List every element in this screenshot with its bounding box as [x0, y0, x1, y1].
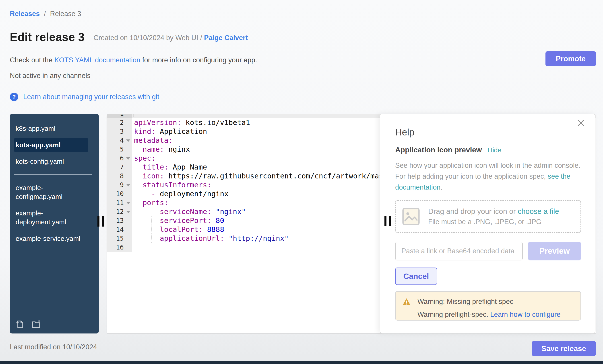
promote-button[interactable]: Promote — [545, 51, 596, 66]
file-sidebar: k8s-app.yamlkots-app.yamlkots-config.yam… — [10, 114, 99, 333]
file-item-example-configmap.yaml[interactable]: example-configmap.yaml — [14, 181, 83, 203]
token: spec: — [134, 154, 155, 162]
token: https://raw.githubusercontent.com/cncf/a… — [164, 172, 401, 180]
file-list: k8s-app.yamlkots-app.yamlkots-config.yam… — [10, 114, 99, 245]
docs-suffix: for more info on configuring your app. — [140, 56, 257, 64]
token: kots.io/v1beta1 — [181, 118, 250, 127]
kots-yaml-docs-link[interactable]: KOTS YAML documentation — [54, 56, 140, 64]
git-help-line[interactable]: ? Learn about managing your releases wit… — [10, 93, 159, 101]
token — [134, 216, 160, 225]
token: "http://nginx" — [229, 234, 289, 243]
sidebar-footer — [14, 314, 92, 330]
learn-configure-link[interactable]: Learn how to configure — [490, 310, 560, 318]
breadcrumb-separator: / — [44, 10, 46, 18]
sidebar-resize-handle[interactable] — [97, 216, 104, 227]
question-circle-icon[interactable]: ? — [10, 93, 18, 101]
icon-url-row: Preview — [395, 242, 581, 260]
fold-arrow-icon[interactable] — [126, 139, 130, 142]
help-description: See how your application icon will look … — [395, 160, 585, 193]
file-item-example-service.yaml[interactable]: example-service.yaml — [14, 232, 83, 245]
last-modified: Last modified on 10/10/2024 — [10, 343, 97, 351]
gutter-cell: 12 — [107, 207, 132, 216]
git-releases-link[interactable]: Learn about managing your releases with … — [23, 93, 159, 101]
warning-title: Warning: Missing preflight spec — [417, 297, 561, 306]
file-item-k8s-app.yaml[interactable]: k8s-app.yaml — [14, 122, 83, 135]
fold-arrow-icon[interactable] — [126, 202, 130, 204]
token: 80 — [216, 216, 224, 225]
drop-hint: File must be a .PNG, .JPEG, or .JPG — [428, 218, 559, 226]
gutter-cell: 11 — [107, 198, 132, 207]
token — [134, 189, 151, 198]
token: App Name — [168, 163, 207, 171]
token: --- — [134, 114, 147, 118]
choose-file-link[interactable]: choose a file — [518, 207, 559, 215]
token: apiVersion: — [134, 118, 181, 127]
token: title: — [143, 163, 169, 171]
token: - — [151, 189, 160, 198]
dropzone-text: Drag and drop your icon or choose a file… — [428, 207, 559, 226]
gutter-cell: 2 — [107, 118, 132, 127]
file-item-kots-config.yaml[interactable]: kots-config.yaml — [14, 155, 83, 168]
gutter-cell: 10 — [107, 189, 132, 198]
close-icon[interactable] — [576, 118, 586, 128]
icon-url-input[interactable] — [395, 242, 523, 260]
token — [134, 199, 143, 207]
token — [134, 172, 143, 180]
warning-content: Warning: Missing preflight spec Warning … — [417, 297, 561, 319]
file-item-example-deployment.yaml[interactable]: example-deployment.yaml — [14, 207, 83, 229]
breadcrumb: Releases / Release 3 — [10, 10, 81, 18]
gutter-cell: 6 — [107, 154, 132, 163]
gutter-cell: 7 — [107, 163, 132, 172]
title-row: Edit release 3 Created on 10/10/2024 by … — [10, 30, 248, 44]
cancel-button[interactable]: Cancel — [395, 267, 437, 285]
add-folder-icon[interactable] — [31, 319, 41, 330]
icon-dropzone[interactable]: Drag and drop your icon or choose a file… — [395, 200, 581, 233]
gutter-cell: 15 — [107, 234, 132, 243]
docs-prefix: Check out the — [10, 56, 54, 64]
channel-status: Not active in any channels — [10, 72, 91, 80]
token: kind: — [134, 127, 155, 136]
token — [211, 216, 216, 225]
token: statusInformers: — [143, 181, 211, 189]
text-cursor — [134, 114, 134, 117]
token: Application — [155, 127, 207, 136]
breadcrumb-releases-link[interactable]: Releases — [10, 10, 40, 18]
token: 8888 — [207, 225, 224, 234]
gutter-cell: 16 — [107, 243, 132, 252]
warning-body: Warning preflight-spec. — [417, 310, 490, 318]
token: applicationUrl: — [160, 234, 224, 243]
section-title: Application icon preview — [395, 146, 482, 154]
created-info: Created on 10/10/2024 by Web UI / Paige … — [93, 34, 248, 44]
token — [134, 163, 143, 171]
token: serviceName: — [160, 207, 211, 216]
image-placeholder-icon — [401, 207, 421, 226]
token: icon: — [143, 172, 164, 180]
gutter-cell: 13 — [107, 216, 132, 225]
save-release-button[interactable]: Save release — [532, 341, 596, 356]
add-file-icon[interactable] — [14, 319, 25, 330]
help-resize-handle[interactable] — [384, 216, 391, 226]
release-editor-page: Releases / Release 3 Edit release 3 Crea… — [0, 0, 603, 364]
gutter-cell: 3 — [107, 127, 132, 136]
warning-triangle-icon — [402, 298, 411, 306]
created-text: Created on 10/10/2024 by Web UI / — [93, 34, 204, 42]
gutter-cell: 9 — [107, 180, 132, 189]
page-title: Edit release 3 — [10, 30, 84, 44]
file-item-kots-app.yaml[interactable]: kots-app.yaml — [14, 138, 88, 152]
fold-arrow-icon[interactable] — [126, 157, 130, 160]
token: - — [151, 207, 160, 216]
token — [134, 145, 143, 154]
token: name: — [143, 145, 164, 154]
token — [134, 225, 160, 234]
help-title: Help — [395, 127, 581, 138]
hide-link[interactable]: Hide — [488, 146, 501, 154]
token — [134, 207, 151, 216]
token: localPort: — [160, 225, 203, 234]
fold-arrow-icon[interactable] — [126, 211, 130, 213]
author-link[interactable]: Paige Calvert — [204, 34, 248, 42]
token: nginx — [164, 145, 190, 154]
preflight-warning-box: Warning: Missing preflight spec Warning … — [395, 291, 581, 320]
preview-button[interactable]: Preview — [528, 242, 581, 260]
fold-arrow-icon[interactable] — [126, 184, 130, 187]
token: servicePort: — [160, 216, 211, 225]
